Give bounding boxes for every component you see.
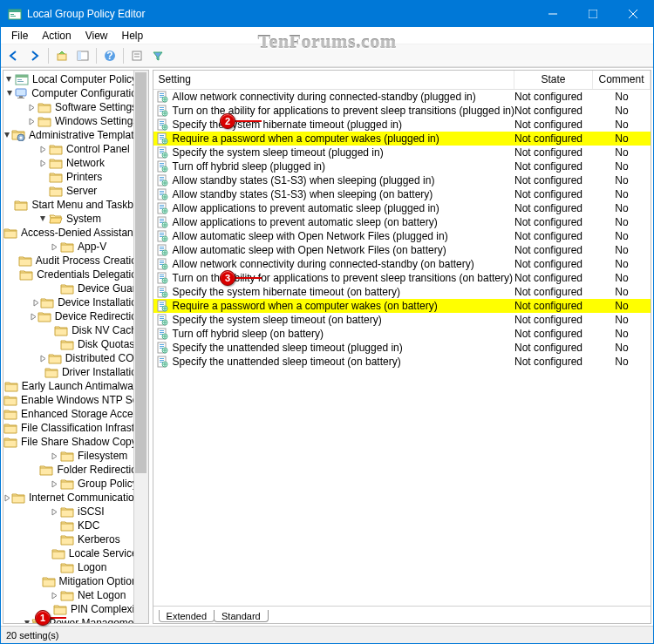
close-button[interactable]: [613, 1, 653, 27]
col-comment[interactable]: Comment: [593, 71, 651, 89]
tree-twisty[interactable]: [49, 241, 60, 253]
setting-row[interactable]: Turn off hybrid sleep (plugged in)Not co…: [153, 159, 651, 173]
tree-twisty[interactable]: [49, 478, 60, 490]
setting-row[interactable]: Require a password when a computer wakes…: [153, 299, 651, 313]
tree-twisty[interactable]: [49, 339, 60, 350]
tree-twisty[interactable]: [49, 520, 60, 532]
tree-item[interactable]: Net Logon: [3, 588, 148, 602]
tree-twisty[interactable]: [39, 353, 48, 364]
tree-twisty[interactable]: [44, 325, 55, 336]
tree-item[interactable]: Audit Process Creation: [3, 254, 148, 268]
tree-item[interactable]: PIN Complexity: [3, 602, 148, 616]
tree-item[interactable]: Enable Windows NTP Server: [3, 393, 148, 407]
tree-twisty[interactable]: [32, 464, 39, 476]
tree-item[interactable]: File Share Shadow Copy Provider: [3, 435, 148, 449]
tree-twisty[interactable]: [26, 102, 37, 113]
tree-item[interactable]: Driver Installation: [3, 365, 148, 379]
tree-item[interactable]: Logon: [3, 560, 148, 574]
tree-item[interactable]: Mitigation Options: [3, 574, 148, 588]
list-header[interactable]: Setting State Comment: [153, 71, 651, 90]
tree-item[interactable]: Computer Configuration: [3, 86, 148, 100]
tree[interactable]: Local Computer PolicyComputer Configurat…: [3, 71, 148, 623]
menu-file[interactable]: File: [4, 30, 35, 42]
tree-item[interactable]: System: [3, 212, 148, 226]
tree-twisty[interactable]: [37, 158, 49, 169]
tree-twisty[interactable]: [3, 74, 15, 85]
tree-twisty[interactable]: [26, 116, 37, 127]
setting-row[interactable]: Require a password when a computer wakes…: [153, 132, 651, 146]
setting-row[interactable]: Allow applications to prevent automatic …: [153, 215, 651, 229]
titlebar[interactable]: Local Group Policy Editor: [1, 1, 653, 27]
tree-twisty[interactable]: [49, 506, 60, 518]
tree-twisty[interactable]: [42, 548, 51, 559]
setting-row[interactable]: Allow network connectivity during connec…: [153, 90, 651, 104]
tree-twisty[interactable]: [37, 214, 49, 225]
tree-item[interactable]: Group Policy: [3, 477, 148, 491]
setting-row[interactable]: Specify the unattended sleep timeout (on…: [153, 355, 651, 369]
tree-pane[interactable]: Local Computer PolicyComputer Configurat…: [3, 70, 149, 624]
tree-item[interactable]: Early Launch Antimalware: [3, 379, 148, 393]
tree-twisty[interactable]: [37, 186, 49, 197]
setting-row[interactable]: Allow automatic sleep with Open Network …: [153, 229, 651, 243]
tree-twisty[interactable]: [49, 534, 60, 546]
menu-help[interactable]: Help: [115, 30, 151, 42]
tree-item[interactable]: Locale Services: [3, 546, 148, 560]
col-setting[interactable]: Setting: [153, 71, 514, 89]
tree-item[interactable]: Folder Redirection: [3, 463, 148, 477]
tree-item[interactable]: Printers: [3, 170, 148, 184]
col-state[interactable]: State: [514, 71, 593, 89]
tree-item[interactable]: Device Redirection: [3, 309, 148, 323]
setting-row[interactable]: Allow applications to prevent automatic …: [153, 201, 651, 215]
tree-twisty[interactable]: [3, 492, 11, 504]
show-hide-tree-button[interactable]: [73, 46, 92, 65]
tree-item[interactable]: Disk NV Cache: [3, 323, 148, 337]
setting-row[interactable]: Allow network connectivity during connec…: [153, 257, 651, 271]
tree-item[interactable]: Control Panel: [3, 142, 148, 156]
setting-row[interactable]: Allow standby states (S1-S3) when sleepi…: [153, 173, 651, 187]
tree-twisty[interactable]: [6, 88, 14, 99]
tree-item[interactable]: Access-Denied Assistance: [3, 226, 148, 240]
tree-twisty[interactable]: [49, 590, 60, 601]
properties-button[interactable]: [127, 46, 146, 65]
tree-item[interactable]: Administrative Templates: [3, 128, 148, 142]
tree-item[interactable]: Kerberos: [3, 532, 148, 546]
tree-item[interactable]: Device Guard: [3, 281, 148, 295]
setting-row[interactable]: Specify the system hibernate timeout (on…: [153, 285, 651, 299]
tree-item[interactable]: Disk Quotas: [3, 337, 148, 351]
tree-item[interactable]: Device Installation: [3, 295, 148, 309]
tree-twisty[interactable]: [30, 311, 37, 322]
list-rows[interactable]: Allow network connectivity during connec…: [153, 90, 651, 369]
forward-button[interactable]: [25, 46, 44, 65]
menu-action[interactable]: Action: [35, 30, 78, 42]
tree-twisty[interactable]: [24, 618, 31, 624]
tree-item[interactable]: Network: [3, 156, 148, 170]
tree-item[interactable]: Credentials Delegation: [3, 268, 148, 281]
tree-twisty[interactable]: [49, 283, 60, 295]
tree-item[interactable]: Windows Settings: [3, 114, 148, 128]
tree-twisty[interactable]: [34, 576, 42, 587]
tree-item[interactable]: Server: [3, 184, 148, 198]
tree-twisty[interactable]: [49, 451, 60, 462]
up-button[interactable]: [52, 46, 72, 65]
setting-row[interactable]: Specify the unattended sleep timeout (pl…: [153, 341, 651, 355]
tree-twisty[interactable]: [32, 297, 40, 308]
tree-item[interactable]: Internet Communication Management: [3, 491, 148, 505]
tree-item[interactable]: App-V: [3, 240, 148, 254]
tree-scrollbar-thumb[interactable]: [135, 72, 146, 473]
back-button[interactable]: [4, 46, 24, 65]
tree-twisty[interactable]: [37, 144, 49, 155]
setting-row[interactable]: Allow automatic sleep with Open Network …: [153, 243, 651, 257]
tree-scrollbar[interactable]: [133, 71, 148, 623]
menu-view[interactable]: View: [78, 30, 115, 42]
tree-item[interactable]: KDC: [3, 519, 148, 532]
tree-item[interactable]: Distributed COM: [3, 351, 148, 365]
maximize-button[interactable]: [573, 1, 613, 27]
tab-standard[interactable]: Standard: [214, 610, 269, 622]
tree-item[interactable]: Enhanced Storage Access: [3, 407, 148, 421]
tree-item[interactable]: Filesystem: [3, 449, 148, 463]
setting-row[interactable]: Specify the system sleep timeout (on bat…: [153, 313, 651, 327]
tree-twisty[interactable]: [49, 562, 60, 573]
tree-twisty[interactable]: [37, 172, 49, 183]
minimize-button[interactable]: [533, 1, 573, 27]
setting-row[interactable]: Turn off hybrid sleep (on battery)Not co…: [153, 327, 651, 341]
